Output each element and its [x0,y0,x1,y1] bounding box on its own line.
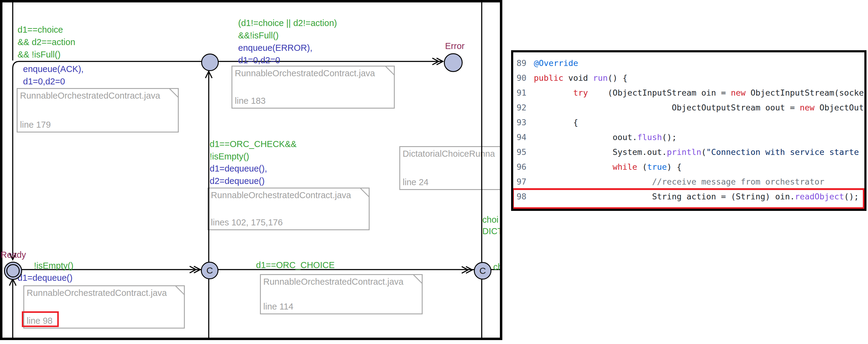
line-number: 92 [517,100,534,115]
code-token: void [568,73,593,82]
initial-state-ring [6,264,20,277]
label-line: d1==ORC_CHECK&& [210,138,297,150]
code-token: { [534,118,578,127]
code-line-98: 98 String action = (String) oin.readObje… [517,189,864,204]
code-token: new [800,103,815,112]
code-line-90: 90public void run() { [517,70,864,85]
label-line: d1=0,d2=0 [238,54,312,67]
code-token: () { [608,73,627,82]
update-check: d1=dequeue(),d2=dequeue() [210,163,267,187]
code-line-91: 91 try (ObjectInputStream oin = new Obje… [517,85,864,100]
guard-check: d1==ORC_CHECK&&!isEmpty() [210,138,297,163]
error-location-node[interactable] [444,53,463,72]
update-error: enqueue(ERROR),d1=0,d2=0 [238,42,312,67]
location-label-error: Error [445,40,464,53]
line-number: 98 [517,189,534,204]
code-token: ObjectInputStream(socke [746,88,864,97]
diagram-border-left [0,0,2,340]
code-token: (ObjectInputStream oin = [588,88,731,97]
code-token: ) { [667,162,682,172]
line-number: 95 [517,145,534,160]
label-line: !isEmpty() [210,150,297,163]
label-line: d1=0,d2=0 [23,75,84,88]
label-line: &&!isFull() [238,29,337,42]
update-dequeue: d1=dequeue() [18,272,72,284]
label-line: d1=dequeue(), [210,163,267,175]
label-line: enqueue(ERROR), [238,42,312,54]
code-panel: 89@Override90public void run() {91 try (… [511,50,867,211]
guard-error: (d1!=choice || d2!=action)&&!isFull() [238,17,337,42]
code-line-92: 92 ObjectOutputStream oout = new ObjectO… [517,100,864,115]
code-token: System.out. [534,147,667,157]
code-token: readObject [795,192,844,201]
committed-location-node-1[interactable]: C [201,262,218,279]
line-number: 90 [517,70,534,85]
ready-initial-location-node[interactable] [4,262,22,280]
guard-dequeue: !isEmpty() [34,260,73,272]
label-line: d2=dequeue() [210,175,267,187]
committed-marker: C [206,265,213,276]
code-token: @Override [534,58,578,68]
diagram-border-top [0,0,502,2]
code-token: (); [844,192,859,201]
label-line: (d1!=choice || d2!=action) [238,17,337,29]
committed-location-node-2[interactable]: C [474,262,491,280]
guard-clipped-line2: DICT [482,225,502,238]
code-line-97: 97 //receive message from orchestrator [517,174,864,189]
code-token: ( [637,162,647,172]
code-token: ( [701,147,706,157]
code-listing: 89@Override90public void run() {91 try (… [513,53,864,204]
guard-choice: d1==ORC_CHOICE [256,259,335,271]
label-line: enqueue(ACK), [23,63,84,75]
junction-location-node[interactable] [201,54,219,71]
label-line: && d2==action [18,36,75,48]
code-token: flush [637,133,662,142]
code-token: true [647,162,667,172]
code-token: //receive message from orchestrator [534,177,825,186]
code-token: new [731,88,746,97]
line-number: 91 [517,85,534,100]
code-token: (); [662,133,677,142]
guard-ack: d1==choice&& d2==action&& !isFull() [18,24,75,61]
line-number: 96 [517,160,534,174]
code-line-93: 93 { [517,115,864,130]
code-token: try [573,88,588,97]
code-line-95: 95 System.out.println("Connection with s… [517,145,864,160]
code-token: run [593,73,608,82]
label-line: d1==choice [18,24,75,36]
code-line-96: 96 while (true) { [517,160,864,174]
location-label-ready: Ready [1,249,26,261]
line-number: 89 [517,56,534,70]
model-diagram-panel: RunnableOrchestratedContract.java line 1… [0,0,502,340]
code-token: String action = (String) oin. [534,192,795,201]
guard-clipped-line1: choi [482,214,498,226]
code-token [534,88,573,97]
line-number: 97 [517,174,534,189]
line-number: 93 [517,115,534,130]
line-number: 94 [517,130,534,145]
code-token: "Connection with service starte [706,147,859,157]
code-token [534,162,613,172]
code-token: println [667,147,701,157]
code-token: public [534,73,568,82]
code-token: ObjectOutputS [815,103,867,112]
committed-marker: C [479,266,486,276]
diagram-border-right [500,0,502,340]
code-token: ObjectOutputStream oout = [534,103,800,112]
update-ack: enqueue(ACK),d1=0,d2=0 [23,63,84,88]
code-line-89: 89@Override [517,56,864,70]
screenshot-root: RunnableOrchestratedContract.java line 1… [0,0,868,344]
label-line: && !isFull() [18,48,75,61]
code-token: oout. [534,133,637,142]
diagram-border-bottom [0,338,502,340]
code-token: while [613,162,637,172]
code-line-94: 94 oout.flush(); [517,130,864,145]
